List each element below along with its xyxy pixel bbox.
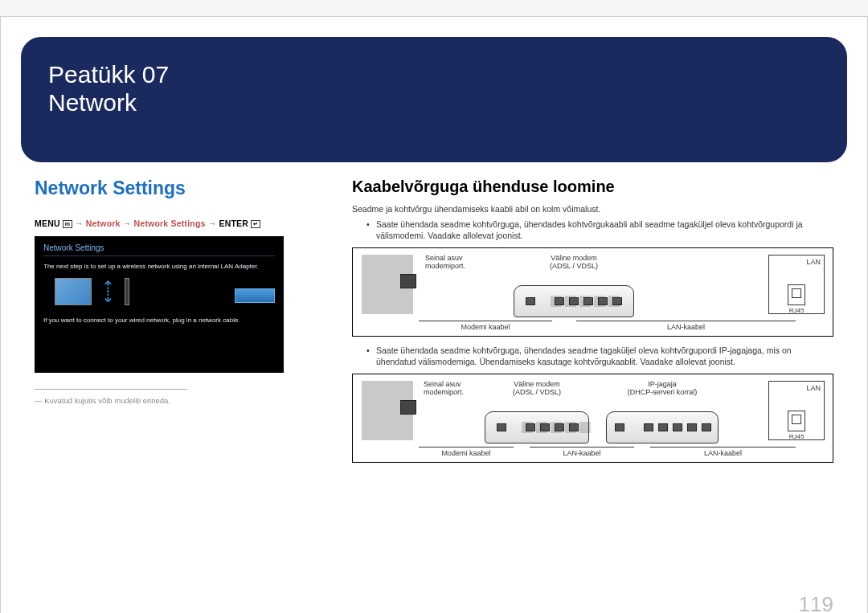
- ip-sharer-sub: (DHCP-serveri korral): [628, 388, 698, 396]
- screenshot-title: Network Settings: [43, 243, 275, 256]
- diagram-1: Seinal asuv modemiport. Väline modem (AD…: [352, 247, 833, 337]
- tv-icon: [55, 278, 92, 305]
- signal-arrows-icon: ⇡⇣: [101, 282, 115, 301]
- intro-text: Seadme ja kohtvõrgu ühendamiseks kaabli …: [352, 204, 833, 214]
- router-icon: [606, 411, 719, 443]
- screenshot-text-1: The next step is to set up a wireless ne…: [43, 263, 275, 271]
- rj45-icon: [788, 284, 805, 305]
- ip-sharer-label: IP-jagaja: [648, 380, 677, 388]
- rj45-icon-2: [788, 411, 805, 431]
- menu-icon: m: [63, 220, 72, 228]
- menu-path: MENU m → Network → Network Settings → EN…: [35, 219, 320, 228]
- tv-screenshot: Network Settings The next step is to set…: [35, 236, 284, 373]
- ext-modem-label-2: Väline modem: [514, 380, 560, 388]
- section-heading-wired: Kaabelvõrguga ühenduse loomine: [352, 178, 833, 196]
- wall-port-icon: [362, 255, 413, 314]
- page: Peatükk 07 Network Network Settings MENU…: [0, 16, 868, 613]
- wall-port-label-2: Seinal asuv modemiport.: [424, 381, 472, 397]
- menu-label: MENU: [35, 219, 60, 228]
- modem-cable-label-2: Modemi kaabel: [419, 447, 514, 457]
- lan-panel-2: LAN RJ45: [768, 381, 825, 440]
- lan-panel: LAN RJ45: [768, 255, 825, 314]
- right-column: Kaabelvõrguga ühenduse loomine Seadme ja…: [352, 178, 833, 471]
- section-heading-network-settings: Network Settings: [35, 178, 320, 199]
- bullet-1: Saate ühendada seadme kohtvõrguga, ühend…: [366, 219, 833, 241]
- diagram-2: Seinal asuv modemiport. Väline modem (AD…: [352, 374, 833, 463]
- wall-port-label: Seinal asuv modemiport.: [425, 255, 501, 271]
- rj45-label: RJ45: [769, 307, 824, 314]
- screenshot-text-2: If you want to connect to your wired net…: [43, 317, 275, 325]
- screenshot-button: [235, 288, 275, 303]
- lan-label: LAN: [769, 259, 824, 267]
- lan-cable-label-1: LAN-kaabel: [576, 321, 796, 331]
- page-number: 119: [799, 592, 833, 613]
- ext-modem-sub: (ADSL / VDSL): [550, 262, 598, 270]
- lan-cable-label-2b: LAN-kaabel: [650, 447, 796, 457]
- footnote: ― Kuvatud kujutis võib mudeliti erineda.: [35, 396, 320, 405]
- chapter-title: Network: [48, 89, 137, 116]
- modem-icon: [514, 285, 634, 317]
- chapter-label: Peatükk 07: [48, 61, 169, 88]
- chapter-header: Peatükk 07 Network: [21, 37, 847, 162]
- lan-cable-label-2a: LAN-kaabel: [530, 447, 634, 457]
- bullet-list: Saate ühendada seadme kohtvõrguga, ühend…: [366, 219, 833, 241]
- modem-cable-label: Modemi kaabel: [419, 321, 552, 331]
- content: Network Settings MENU m → Network → Netw…: [1, 178, 867, 471]
- enter-label: ENTER: [219, 219, 249, 228]
- lan-label-2: LAN: [769, 385, 824, 393]
- ext-modem-label: Väline modem: [551, 254, 597, 262]
- enter-icon: ↵: [251, 220, 260, 228]
- ext-modem-sub-2: (ADSL / VDSL): [513, 388, 561, 396]
- modem-icon-2: [485, 411, 589, 443]
- adapter-icon: [125, 278, 129, 305]
- bullet-2: Saate ühendada seadme kohtvõrguga, ühend…: [366, 345, 833, 367]
- bullet-list-2: Saate ühendada seadme kohtvõrguga, ühend…: [366, 345, 833, 367]
- divider: [35, 389, 187, 390]
- left-column: Network Settings MENU m → Network → Netw…: [35, 178, 320, 471]
- wall-port-icon-2: [362, 381, 413, 440]
- rj45-label-2: RJ45: [769, 433, 824, 440]
